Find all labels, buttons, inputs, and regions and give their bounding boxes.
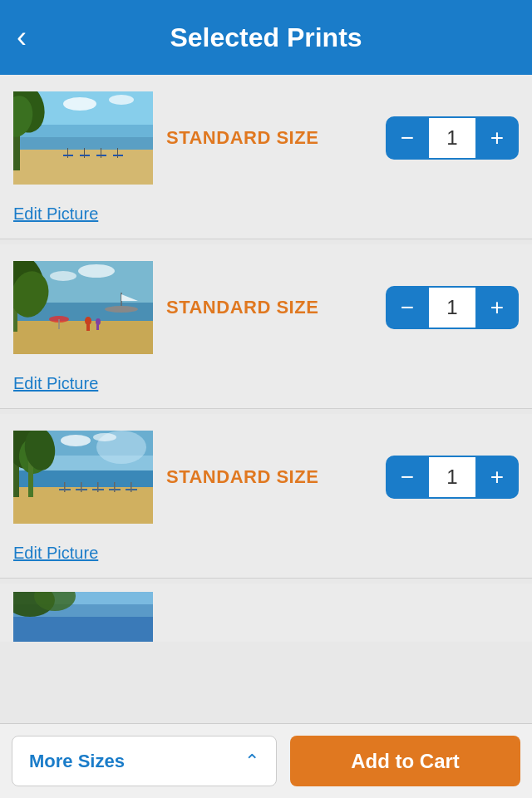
add-to-cart-button[interactable]: Add to Cart xyxy=(290,736,520,786)
print-item-1: STANDARD SIZE − 1 + Edit Picture xyxy=(0,75,532,239)
print-image-1 xyxy=(13,91,153,185)
size-label-1: STANDARD SIZE xyxy=(166,127,372,149)
size-label-2: STANDARD SIZE xyxy=(166,297,372,318)
increment-button-1[interactable]: + xyxy=(475,116,519,160)
bottom-bar: More Sizes ⌃ Add to Cart xyxy=(0,723,532,798)
header: ‹ Selected Prints xyxy=(0,0,532,75)
more-sizes-button[interactable]: More Sizes ⌃ xyxy=(12,736,277,786)
quantity-value-2: 1 xyxy=(429,286,475,329)
svg-point-15 xyxy=(63,97,96,111)
quantity-control-1: − 1 + xyxy=(386,116,519,160)
decrement-button-2[interactable]: − xyxy=(386,286,429,329)
svg-rect-8 xyxy=(67,148,68,158)
edit-picture-1[interactable]: Edit Picture xyxy=(13,198,519,239)
svg-point-32 xyxy=(78,264,115,278)
content-area: STANDARD SIZE − 1 + Edit Picture xyxy=(0,75,532,723)
svg-point-16 xyxy=(109,95,134,105)
increment-button-3[interactable]: + xyxy=(475,456,519,499)
print-item-2: STANDARD SIZE − 1 + Edit Picture xyxy=(0,244,532,409)
print-image-2 xyxy=(13,261,153,354)
svg-point-33 xyxy=(50,271,76,281)
svg-rect-53 xyxy=(131,482,132,492)
svg-point-28 xyxy=(96,318,101,325)
svg-rect-14 xyxy=(117,148,118,158)
chevron-up-icon: ⌃ xyxy=(244,751,259,772)
svg-point-26 xyxy=(85,317,91,325)
svg-point-54 xyxy=(61,435,91,446)
svg-rect-10 xyxy=(84,148,85,158)
svg-point-23 xyxy=(105,306,138,313)
print-image-3 xyxy=(13,431,153,524)
svg-rect-45 xyxy=(64,482,66,492)
quantity-control-2: − 1 + xyxy=(386,286,519,329)
quantity-value-3: 1 xyxy=(429,456,475,499)
print-image-4-partial xyxy=(13,592,153,642)
size-label-3: STANDARD SIZE xyxy=(166,466,372,488)
decrement-button-1[interactable]: − xyxy=(386,116,429,160)
edit-picture-3[interactable]: Edit Picture xyxy=(13,537,519,578)
svg-rect-29 xyxy=(96,324,99,330)
edit-picture-2[interactable]: Edit Picture xyxy=(13,367,519,408)
print-item-4-partial xyxy=(0,584,532,642)
quantity-control-3: − 1 + xyxy=(386,456,519,499)
page-title: Selected Prints xyxy=(170,22,362,53)
increment-button-2[interactable]: + xyxy=(475,286,519,329)
svg-rect-38 xyxy=(13,487,153,524)
decrement-button-3[interactable]: − xyxy=(386,456,429,499)
svg-rect-49 xyxy=(97,482,99,492)
quantity-value-1: 1 xyxy=(429,116,475,160)
svg-rect-27 xyxy=(86,324,90,331)
print-item-3: STANDARD SIZE − 1 + Edit Picture xyxy=(0,414,532,579)
svg-rect-19 xyxy=(13,321,153,354)
back-button[interactable]: ‹ xyxy=(17,18,35,57)
svg-rect-51 xyxy=(114,482,116,492)
svg-point-55 xyxy=(93,433,116,441)
svg-rect-47 xyxy=(81,482,82,492)
more-sizes-label: More Sizes xyxy=(29,751,125,772)
svg-rect-12 xyxy=(101,148,101,158)
